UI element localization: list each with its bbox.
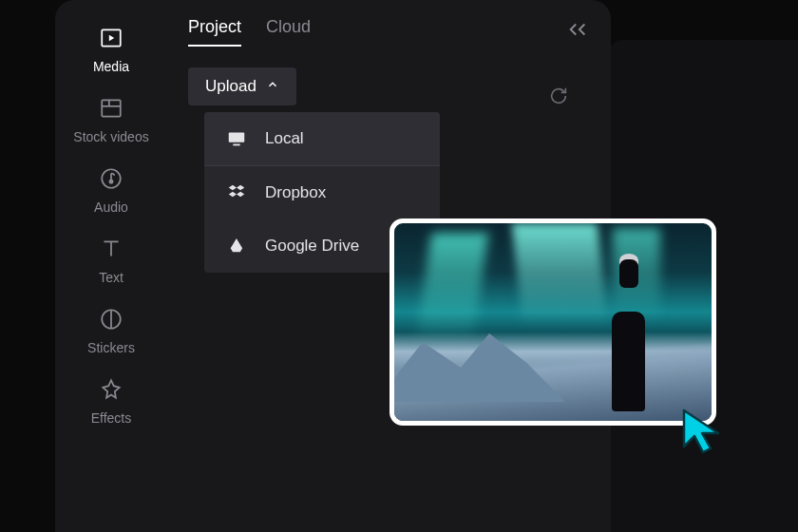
sidebar-item-media[interactable]: Media [93,25,129,74]
chevron-up-icon [266,77,279,96]
tab-project[interactable]: Project [188,17,241,47]
sidebar-item-label: Effects [91,410,132,426]
dropdown-item-label: Google Drive [265,237,359,256]
refresh-icon[interactable] [548,86,569,110]
cursor-icon [680,407,726,460]
sidebar-item-audio[interactable]: Audio [94,165,128,215]
svg-rect-1 [102,100,121,116]
googledrive-icon [225,235,248,257]
sidebar: Media Stock videos Audio [55,0,167,532]
dropbox-icon [225,181,248,204]
local-icon [225,127,248,150]
svg-point-5 [109,180,112,183]
media-thumbnail[interactable] [390,218,716,426]
svg-rect-9 [233,144,239,146]
effects-icon [98,376,124,403]
dropdown-item-dropbox[interactable]: Dropbox [204,166,440,219]
dropdown-item-local[interactable]: Local [204,112,440,166]
sidebar-item-label: Stock videos [73,129,148,144]
tab-cloud[interactable]: Cloud [266,17,311,47]
tabs: Project Cloud [188,17,590,47]
svg-rect-8 [229,133,245,142]
person-silhouette [602,259,655,411]
upload-button[interactable]: Upload [188,67,296,105]
dropdown-item-label: Local [265,129,304,148]
sidebar-item-label: Stickers [87,340,135,355]
audio-icon [98,165,124,192]
sidebar-item-stickers[interactable]: Stickers [87,306,135,355]
sidebar-item-stockvideos[interactable]: Stock videos [73,95,148,144]
sidebar-item-effects[interactable]: Effects [91,376,132,426]
media-icon [98,25,124,51]
collapse-icon[interactable] [567,21,588,42]
sidebar-item-label: Text [99,270,124,285]
stockvideo-icon [98,95,124,122]
upload-button-label: Upload [205,77,256,96]
text-icon [98,236,124,262]
sidebar-item-text[interactable]: Text [98,236,124,285]
stickers-icon [98,306,124,332]
sidebar-item-label: Audio [94,200,128,215]
sidebar-item-label: Media [93,59,129,74]
dropdown-item-label: Dropbox [265,183,326,202]
mountains-decoration [394,316,712,421]
